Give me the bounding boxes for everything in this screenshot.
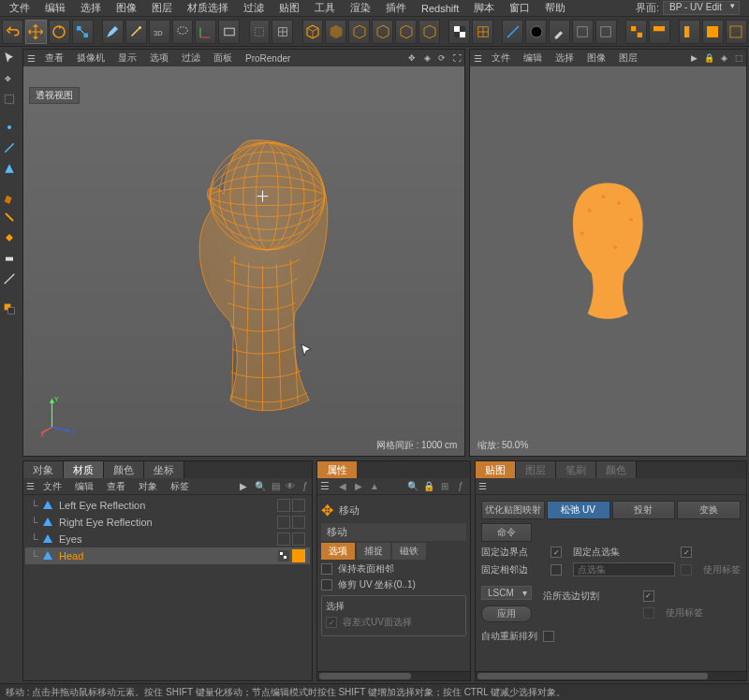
obj-sub-edit[interactable]: 编辑 <box>68 480 100 493</box>
trim-uv-checkbox[interactable] <box>321 579 332 591</box>
tool-cube-4[interactable] <box>372 20 393 44</box>
uv-tab-texture[interactable]: 贴图 <box>476 461 516 478</box>
menu-plugins[interactable]: 插件 <box>378 1 414 15</box>
tool-move[interactable] <box>25 20 47 44</box>
tool-grid[interactable] <box>272 20 293 44</box>
attr-func-icon[interactable]: ƒ <box>454 480 467 493</box>
ltool-cursor[interactable] <box>0 49 19 67</box>
menu-select[interactable]: 选择 <box>73 1 109 15</box>
subtab-snap[interactable]: 捕捉 <box>357 543 390 560</box>
ltool-knife[interactable] <box>0 270 19 288</box>
vuv-tab-edit[interactable]: 编辑 <box>517 51 549 65</box>
attr-back-icon[interactable]: ◀ <box>336 480 349 493</box>
tool-uv-b[interactable] <box>649 20 670 44</box>
viewport-max-icon[interactable]: ⛶ <box>450 51 463 65</box>
obj-sub-view[interactable]: 查看 <box>100 480 132 493</box>
viewport-uv-zoom-icon[interactable]: ◈ <box>717 51 730 65</box>
tool-uv-map[interactable] <box>472 20 493 44</box>
attr-new-icon[interactable]: ⊞ <box>438 480 451 493</box>
uv-command-btn[interactable]: 命令 <box>481 523 532 542</box>
tool-scale[interactable] <box>72 20 94 44</box>
menu-help[interactable]: 帮助 <box>537 1 573 15</box>
uv-tab-brush[interactable]: 笔刷 <box>556 461 596 478</box>
v3d-tab-options[interactable]: 选项 <box>143 51 175 65</box>
tool-undo[interactable] <box>2 20 23 44</box>
ltool-eraser[interactable] <box>0 249 19 268</box>
apply-button[interactable]: 应用 <box>481 605 532 622</box>
ltool-edges[interactable] <box>0 139 19 157</box>
menu-layer[interactable]: 图层 <box>144 1 180 15</box>
ltool-select[interactable] <box>0 90 19 109</box>
vuv-tab-select[interactable]: 选择 <box>549 51 580 65</box>
uv-tag-icon[interactable] <box>292 549 305 562</box>
tool-axis[interactable] <box>195 20 216 44</box>
ltool-paint[interactable] <box>0 208 19 226</box>
tool-uv-a[interactable] <box>625 20 647 44</box>
tool-uv-d[interactable] <box>702 20 724 44</box>
viewport-uv-play-icon[interactable]: ▶ <box>687 51 700 65</box>
uv-mode-transform[interactable]: 变换 <box>677 501 741 519</box>
viewport-nav-icon[interactable]: ✥ <box>405 51 419 65</box>
subtab-options[interactable]: 选项 <box>321 543 355 560</box>
ltool-brush[interactable] <box>0 187 19 206</box>
obj-eye-icon[interactable]: 👁 <box>284 480 297 493</box>
menu-redshift[interactable]: Redshift <box>414 3 466 14</box>
obj-filter-icon[interactable]: ▤ <box>269 480 282 493</box>
attr-up-icon[interactable]: ▲ <box>368 480 381 493</box>
obj-tab-coord[interactable]: 坐标 <box>144 461 184 478</box>
ltool-bucket[interactable] <box>0 228 19 247</box>
menu-tools[interactable]: 工具 <box>307 1 343 15</box>
obj-tab-color[interactable]: 颜色 <box>104 461 144 478</box>
ltool-polys[interactable] <box>0 159 19 178</box>
tool-color-wheel[interactable] <box>525 20 547 44</box>
menu-render[interactable]: 渲染 <box>343 1 378 15</box>
table-row[interactable]: └ Right Eye Reflection <box>25 514 310 531</box>
menu-material-select[interactable]: 材质选择 <box>180 1 236 15</box>
viewport-zoom-icon[interactable]: ◈ <box>420 51 433 65</box>
ltool-move[interactable]: ✥ <box>0 69 19 88</box>
point-sel-field[interactable] <box>573 562 675 576</box>
menu-file[interactable]: 文件 <box>2 1 37 15</box>
tool-rectangle[interactable] <box>218 20 240 44</box>
attr-search-icon[interactable]: 🔍 <box>406 480 419 493</box>
fix-boundary-checkbox[interactable]: ✓ <box>551 547 562 558</box>
v3d-tab-display[interactable]: 显示 <box>111 51 143 65</box>
obj-sub-tags[interactable]: 标签 <box>164 480 196 493</box>
vuv-tab-file[interactable]: 文件 <box>485 51 517 65</box>
table-row[interactable]: └ Eyes <box>25 531 310 547</box>
keep-neighbors-checkbox[interactable] <box>321 563 332 575</box>
uv-tab-layer[interactable]: 图层 <box>516 461 556 478</box>
ltool-points[interactable] <box>0 118 19 137</box>
uv-mode-optimize[interactable]: 优化贴图映射 <box>481 501 545 519</box>
tool-uv-c[interactable] <box>679 20 700 44</box>
subtab-magnet[interactable]: 磁铁 <box>392 543 426 560</box>
tool-cube-1[interactable] <box>302 20 324 44</box>
v3d-tab-camera[interactable]: 摄像机 <box>70 51 111 65</box>
tool-cube-3[interactable] <box>348 20 370 44</box>
vuv-tab-layer[interactable]: 图层 <box>612 51 644 65</box>
viewport-uv-canvas[interactable]: 缩放: 50.0% <box>470 66 746 456</box>
tool-rotate[interactable] <box>49 20 70 44</box>
tool-brush[interactable] <box>102 20 124 44</box>
tool-3d-mode[interactable]: 3D <box>149 20 170 44</box>
tool-cube-5[interactable] <box>395 20 417 44</box>
menu-window[interactable]: 窗口 <box>502 1 537 15</box>
layout-dropdown[interactable]: BP - UV Edit <box>663 1 740 15</box>
tool-snap[interactable] <box>249 20 271 44</box>
tool-uv-e[interactable] <box>726 20 747 44</box>
tool-cube-6[interactable] <box>419 20 440 44</box>
tool-checker[interactable] <box>448 20 470 44</box>
tool-eyedropper[interactable] <box>549 20 570 44</box>
tool-wand[interactable] <box>125 20 147 44</box>
tolerant-uv-checkbox[interactable]: ✓ <box>326 617 337 628</box>
viewport-uv-lock-icon[interactable]: 🔒 <box>702 51 715 65</box>
use-tag-checkbox-1[interactable] <box>681 564 692 576</box>
attr-lock-icon[interactable]: 🔒 <box>422 480 435 493</box>
v3d-tab-view[interactable]: 查看 <box>38 51 70 65</box>
relax-method-dropdown[interactable]: LSCM <box>481 586 532 600</box>
obj-tab-material[interactable]: 材质 <box>64 461 104 478</box>
menu-edit[interactable]: 编辑 <box>37 1 73 15</box>
tool-cube-2[interactable] <box>325 20 346 44</box>
obj-sub-object[interactable]: 对象 <box>132 480 164 493</box>
menu-image[interactable]: 图像 <box>109 1 144 15</box>
